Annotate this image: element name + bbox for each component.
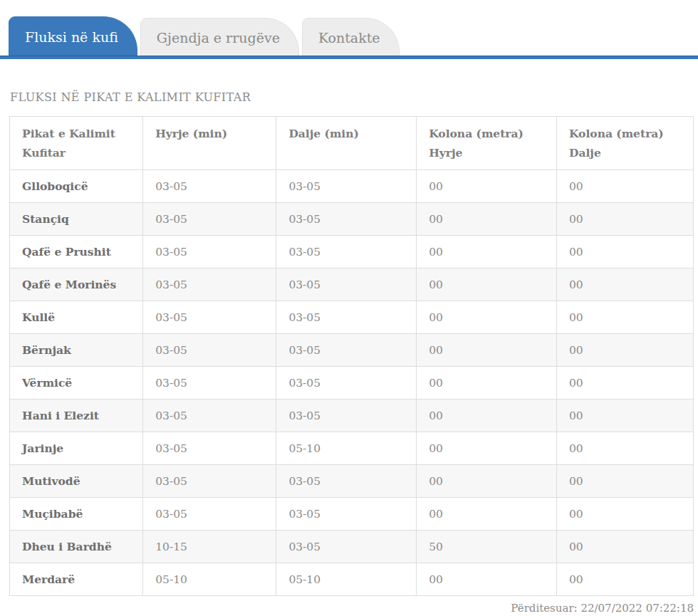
table-cell-value: 00 bbox=[556, 367, 693, 400]
tab-gjendja-e-rrugeve[interactable]: Gjendja e rrugëve bbox=[140, 18, 299, 56]
table-body: Glloboqicë03-0503-050000Stançiq03-0503-0… bbox=[10, 170, 694, 596]
table-cell-value: 03-05 bbox=[143, 301, 276, 334]
page-title: FLUKSI NË PIKAT E KALIMIT KUFITAR bbox=[10, 90, 694, 104]
column-header-exit-min: Dalje (min) bbox=[276, 117, 417, 170]
table-cell-value: 03-05 bbox=[143, 465, 276, 498]
table-cell-value: 03-05 bbox=[143, 268, 276, 301]
crossing-point-name: Qafë e Morinës bbox=[10, 268, 143, 301]
table-cell-value: 00 bbox=[417, 465, 557, 498]
crossing-point-name: Kullë bbox=[10, 301, 143, 334]
column-header-queue-entry: Kolona (metra) Hyrje bbox=[417, 117, 557, 170]
table-cell-value: 00 bbox=[556, 498, 693, 531]
column-header-crossing-points: Pikat e Kalimit Kufitar bbox=[10, 117, 143, 170]
page: Fluksi në kufi Gjendja e rrugëve Kontakt… bbox=[0, 0, 698, 616]
crossing-point-name: Stançiq bbox=[10, 203, 143, 236]
table-row: Muçibabë03-0503-050000 bbox=[10, 498, 694, 531]
table-cell-value: 00 bbox=[556, 236, 693, 268]
table-row: Dheu i Bardhë10-1503-055000 bbox=[10, 531, 694, 563]
table-cell-value: 00 bbox=[556, 301, 693, 334]
table-cell-value: 03-05 bbox=[143, 170, 276, 203]
table-cell-value: 00 bbox=[556, 400, 693, 432]
table-cell-value: 05-10 bbox=[143, 563, 276, 596]
table-cell-value: 00 bbox=[417, 236, 557, 268]
table-cell-value: 00 bbox=[417, 498, 557, 531]
table-cell-value: 00 bbox=[417, 400, 557, 432]
tab-bar: Fluksi në kufi Gjendja e rrugëve Kontakt… bbox=[0, 16, 698, 56]
table-cell-value: 00 bbox=[417, 203, 557, 236]
table-cell-value: 00 bbox=[417, 432, 557, 465]
table-row: Kullë03-0503-050000 bbox=[10, 301, 694, 334]
table-cell-value: 00 bbox=[556, 203, 693, 236]
table-cell-value: 03-05 bbox=[143, 236, 276, 268]
table-cell-value: 00 bbox=[417, 334, 557, 367]
table-cell-value: 00 bbox=[556, 170, 693, 203]
tab-kontakte[interactable]: Kontakte bbox=[302, 18, 400, 56]
table-row: Bërnjak03-0503-050000 bbox=[10, 334, 694, 367]
table-row: Stançiq03-0503-050000 bbox=[10, 203, 694, 236]
table-cell-value: 00 bbox=[556, 531, 693, 563]
table-cell-value: 00 bbox=[556, 432, 693, 465]
table-row: Mutivodë03-0503-050000 bbox=[10, 465, 694, 498]
table-cell-value: 05-10 bbox=[276, 563, 417, 596]
table-cell-value: 03-05 bbox=[276, 236, 417, 268]
table-cell-value: 03-05 bbox=[276, 268, 417, 301]
table-row: Qafë e Morinës03-0503-050000 bbox=[10, 268, 694, 301]
crossing-point-name: Bërnjak bbox=[10, 334, 143, 367]
table-cell-value: 50 bbox=[417, 531, 557, 563]
crossing-point-name: Mutivodë bbox=[10, 465, 143, 498]
border-flow-table: Pikat e Kalimit Kufitar Hyrje (min) Dalj… bbox=[9, 116, 694, 596]
tab-fluksi-ne-kufi[interactable]: Fluksi në kufi bbox=[9, 16, 137, 56]
table-cell-value: 00 bbox=[556, 334, 693, 367]
crossing-point-name: Dheu i Bardhë bbox=[10, 531, 143, 563]
column-header-queue-exit: Kolona (metra) Dalje bbox=[556, 117, 693, 170]
crossing-point-name: Qafë e Prushit bbox=[10, 236, 143, 268]
table-cell-value: 03-05 bbox=[143, 203, 276, 236]
crossing-point-name: Vërmicë bbox=[10, 367, 143, 400]
crossing-point-name: Jarinje bbox=[10, 432, 143, 465]
table-cell-value: 00 bbox=[556, 563, 693, 596]
table-cell-value: 00 bbox=[556, 268, 693, 301]
table-cell-value: 03-05 bbox=[276, 203, 417, 236]
tab-underline bbox=[0, 56, 698, 59]
table-cell-value: 03-05 bbox=[276, 531, 417, 563]
table-cell-value: 03-05 bbox=[276, 400, 417, 432]
table-header-row: Pikat e Kalimit Kufitar Hyrje (min) Dalj… bbox=[10, 117, 694, 170]
table-cell-value: 00 bbox=[417, 170, 557, 203]
table-cell-value: 00 bbox=[417, 268, 557, 301]
table-cell-value: 03-05 bbox=[143, 400, 276, 432]
crossing-point-name: Glloboqicë bbox=[10, 170, 143, 203]
last-updated-timestamp: Përditesuar: 22/07/2022 07:22:18 bbox=[9, 602, 694, 615]
table-cell-value: 00 bbox=[556, 465, 693, 498]
table-cell-value: 03-05 bbox=[276, 465, 417, 498]
table-row: Qafë e Prushit03-0503-050000 bbox=[10, 236, 694, 268]
column-header-entry-min: Hyrje (min) bbox=[143, 117, 276, 170]
table-cell-value: 00 bbox=[417, 301, 557, 334]
table-cell-value: 03-05 bbox=[143, 367, 276, 400]
table-row: Hani i Elezit03-0503-050000 bbox=[10, 400, 694, 432]
table-cell-value: 00 bbox=[417, 563, 557, 596]
table-cell-value: 03-05 bbox=[276, 367, 417, 400]
table-cell-value: 03-05 bbox=[276, 301, 417, 334]
table-row: Merdarë05-1005-100000 bbox=[10, 563, 694, 596]
table-cell-value: 03-05 bbox=[143, 334, 276, 367]
table-row: Vërmicë03-0503-050000 bbox=[10, 367, 694, 400]
crossing-point-name: Hani i Elezit bbox=[10, 400, 143, 432]
crossing-point-name: Muçibabë bbox=[10, 498, 143, 531]
table-cell-value: 03-05 bbox=[276, 334, 417, 367]
table-cell-value: 05-10 bbox=[276, 432, 417, 465]
table-row: Jarinje03-0505-100000 bbox=[10, 432, 694, 465]
table-cell-value: 03-05 bbox=[276, 170, 417, 203]
table-cell-value: 03-05 bbox=[143, 432, 276, 465]
main-content: FLUKSI NË PIKAT E KALIMIT KUFITAR Pikat … bbox=[0, 90, 698, 615]
table-cell-value: 03-05 bbox=[143, 498, 276, 531]
table-cell-value: 00 bbox=[417, 367, 557, 400]
table-row: Glloboqicë03-0503-050000 bbox=[10, 170, 694, 203]
table-cell-value: 10-15 bbox=[143, 531, 276, 563]
table-cell-value: 03-05 bbox=[276, 498, 417, 531]
crossing-point-name: Merdarë bbox=[10, 563, 143, 596]
